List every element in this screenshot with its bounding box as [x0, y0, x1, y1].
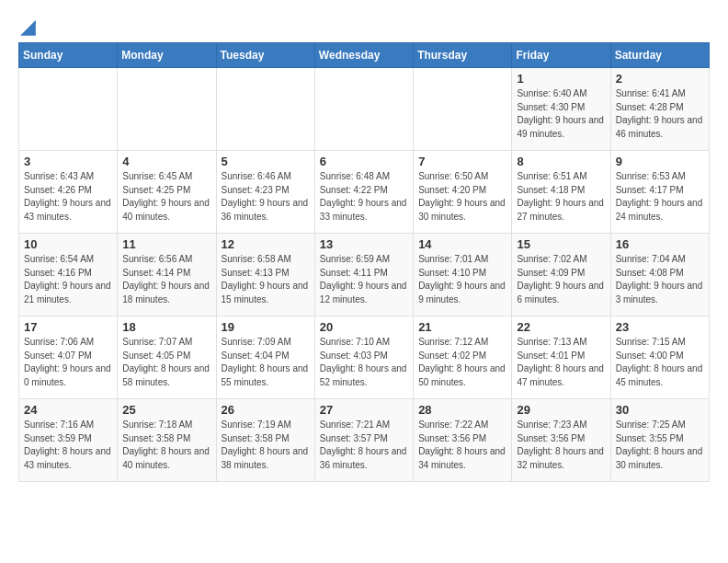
day-number: 11 — [122, 237, 210, 251]
logo-bird-icon: ◢ — [20, 15, 36, 39]
day-number: 17 — [24, 320, 112, 334]
day-number: 14 — [418, 237, 506, 251]
day-header-tuesday: Tuesday — [216, 43, 314, 68]
calendar-table: SundayMondayTuesdayWednesdayThursdayFrid… — [18, 42, 710, 482]
day-header-sunday: Sunday — [19, 43, 118, 68]
day-info: Sunrise: 6:40 AM Sunset: 4:30 PM Dayligh… — [517, 87, 605, 141]
day-cell: 1Sunrise: 6:40 AM Sunset: 4:30 PM Daylig… — [512, 68, 610, 151]
day-info: Sunrise: 6:53 AM Sunset: 4:17 PM Dayligh… — [616, 170, 704, 224]
day-info: Sunrise: 6:43 AM Sunset: 4:26 PM Dayligh… — [24, 170, 112, 224]
day-number: 29 — [517, 403, 605, 417]
week-row-1: 1Sunrise: 6:40 AM Sunset: 4:30 PM Daylig… — [19, 68, 710, 151]
day-cell: 19Sunrise: 7:09 AM Sunset: 4:04 PM Dayli… — [216, 316, 314, 399]
day-info: Sunrise: 7:15 AM Sunset: 4:00 PM Dayligh… — [616, 336, 704, 389]
day-info: Sunrise: 7:09 AM Sunset: 4:04 PM Dayligh… — [222, 336, 310, 389]
day-cell: 27Sunrise: 7:21 AM Sunset: 3:57 PM Dayli… — [314, 399, 413, 482]
day-info: Sunrise: 6:46 AM Sunset: 4:23 PM Dayligh… — [222, 170, 310, 224]
day-header-thursday: Thursday — [414, 43, 512, 68]
day-number: 28 — [418, 403, 506, 417]
day-cell: 24Sunrise: 7:16 AM Sunset: 3:59 PM Dayli… — [19, 399, 118, 482]
day-cell — [314, 68, 413, 151]
day-info: Sunrise: 7:23 AM Sunset: 3:56 PM Dayligh… — [517, 419, 605, 472]
day-info: Sunrise: 7:19 AM Sunset: 3:58 PM Dayligh… — [222, 419, 310, 472]
week-row-3: 10Sunrise: 6:54 AM Sunset: 4:16 PM Dayli… — [19, 234, 710, 316]
day-cell: 13Sunrise: 6:59 AM Sunset: 4:11 PM Dayli… — [314, 234, 413, 316]
day-info: Sunrise: 7:06 AM Sunset: 4:07 PM Dayligh… — [24, 336, 112, 389]
logo: ◢ — [18, 15, 36, 35]
day-cell: 21Sunrise: 7:12 AM Sunset: 4:02 PM Dayli… — [414, 316, 512, 399]
day-info: Sunrise: 7:04 AM Sunset: 4:08 PM Dayligh… — [616, 253, 704, 306]
day-info: Sunrise: 7:22 AM Sunset: 3:56 PM Dayligh… — [418, 419, 506, 472]
day-info: Sunrise: 6:54 AM Sunset: 4:16 PM Dayligh… — [24, 253, 112, 306]
day-number: 12 — [222, 237, 310, 251]
day-number: 5 — [222, 155, 310, 168]
day-cell: 20Sunrise: 7:10 AM Sunset: 4:03 PM Dayli… — [314, 316, 413, 399]
day-cell: 29Sunrise: 7:23 AM Sunset: 3:56 PM Dayli… — [512, 399, 610, 482]
day-cell: 25Sunrise: 7:18 AM Sunset: 3:58 PM Dayli… — [118, 399, 216, 482]
day-info: Sunrise: 6:59 AM Sunset: 4:11 PM Dayligh… — [320, 253, 408, 306]
day-info: Sunrise: 6:51 AM Sunset: 4:18 PM Dayligh… — [517, 170, 605, 224]
day-number: 8 — [517, 155, 605, 168]
day-cell: 18Sunrise: 7:07 AM Sunset: 4:05 PM Dayli… — [118, 316, 216, 399]
day-cell — [19, 68, 118, 151]
day-number: 16 — [616, 237, 704, 251]
day-cell: 11Sunrise: 6:56 AM Sunset: 4:14 PM Dayli… — [118, 234, 216, 316]
day-number: 26 — [222, 403, 310, 417]
day-info: Sunrise: 6:58 AM Sunset: 4:13 PM Dayligh… — [222, 253, 310, 306]
day-header-saturday: Saturday — [610, 43, 709, 68]
day-number: 20 — [320, 320, 408, 334]
day-cell — [414, 68, 512, 151]
day-info: Sunrise: 6:50 AM Sunset: 4:20 PM Dayligh… — [418, 170, 506, 224]
day-cell: 12Sunrise: 6:58 AM Sunset: 4:13 PM Dayli… — [216, 234, 314, 316]
day-info: Sunrise: 7:25 AM Sunset: 3:55 PM Dayligh… — [616, 419, 704, 472]
day-number: 3 — [24, 155, 112, 168]
day-info: Sunrise: 7:12 AM Sunset: 4:02 PM Dayligh… — [418, 336, 506, 389]
day-cell: 17Sunrise: 7:06 AM Sunset: 4:07 PM Dayli… — [19, 316, 118, 399]
day-number: 19 — [222, 320, 310, 334]
day-cell: 14Sunrise: 7:01 AM Sunset: 4:10 PM Dayli… — [414, 234, 512, 316]
day-header-monday: Monday — [118, 43, 216, 68]
day-number: 23 — [616, 320, 704, 334]
day-number: 10 — [24, 237, 112, 251]
day-cell: 10Sunrise: 6:54 AM Sunset: 4:16 PM Dayli… — [19, 234, 118, 316]
day-cell: 5Sunrise: 6:46 AM Sunset: 4:23 PM Daylig… — [216, 151, 314, 234]
page: ◢ SundayMondayTuesdayWednesdayThursdayFr… — [0, 0, 728, 497]
day-number: 7 — [418, 155, 506, 168]
day-info: Sunrise: 6:41 AM Sunset: 4:28 PM Dayligh… — [616, 87, 704, 141]
week-row-5: 24Sunrise: 7:16 AM Sunset: 3:59 PM Dayli… — [19, 399, 710, 482]
day-info: Sunrise: 7:07 AM Sunset: 4:05 PM Dayligh… — [122, 336, 210, 389]
week-row-2: 3Sunrise: 6:43 AM Sunset: 4:26 PM Daylig… — [19, 151, 710, 234]
day-number: 21 — [418, 320, 506, 334]
day-cell: 15Sunrise: 7:02 AM Sunset: 4:09 PM Dayli… — [512, 234, 610, 316]
day-header-wednesday: Wednesday — [314, 43, 413, 68]
day-info: Sunrise: 7:10 AM Sunset: 4:03 PM Dayligh… — [320, 336, 408, 389]
day-cell: 7Sunrise: 6:50 AM Sunset: 4:20 PM Daylig… — [414, 151, 512, 234]
day-cell: 9Sunrise: 6:53 AM Sunset: 4:17 PM Daylig… — [610, 151, 709, 234]
day-cell: 16Sunrise: 7:04 AM Sunset: 4:08 PM Dayli… — [610, 234, 709, 316]
day-cell: 6Sunrise: 6:48 AM Sunset: 4:22 PM Daylig… — [314, 151, 413, 234]
day-number: 1 — [517, 72, 605, 86]
day-info: Sunrise: 7:18 AM Sunset: 3:58 PM Dayligh… — [122, 419, 210, 472]
day-number: 18 — [122, 320, 210, 334]
day-cell: 23Sunrise: 7:15 AM Sunset: 4:00 PM Dayli… — [610, 316, 709, 399]
day-cell: 30Sunrise: 7:25 AM Sunset: 3:55 PM Dayli… — [610, 399, 709, 482]
week-row-4: 17Sunrise: 7:06 AM Sunset: 4:07 PM Dayli… — [19, 316, 710, 399]
day-number: 15 — [517, 237, 605, 251]
day-number: 4 — [122, 155, 210, 168]
day-cell: 8Sunrise: 6:51 AM Sunset: 4:18 PM Daylig… — [512, 151, 610, 234]
day-number: 13 — [320, 237, 408, 251]
day-cell: 4Sunrise: 6:45 AM Sunset: 4:25 PM Daylig… — [118, 151, 216, 234]
day-number: 24 — [24, 403, 112, 417]
day-header-friday: Friday — [512, 43, 610, 68]
calendar-header-row: SundayMondayTuesdayWednesdayThursdayFrid… — [19, 43, 710, 68]
day-number: 25 — [122, 403, 210, 417]
day-cell: 22Sunrise: 7:13 AM Sunset: 4:01 PM Dayli… — [512, 316, 610, 399]
day-number: 22 — [517, 320, 605, 334]
day-number: 2 — [616, 72, 704, 86]
day-info: Sunrise: 6:48 AM Sunset: 4:22 PM Dayligh… — [320, 170, 408, 224]
day-cell: 28Sunrise: 7:22 AM Sunset: 3:56 PM Dayli… — [414, 399, 512, 482]
day-number: 6 — [320, 155, 408, 168]
day-info: Sunrise: 7:13 AM Sunset: 4:01 PM Dayligh… — [517, 336, 605, 389]
day-number: 30 — [616, 403, 704, 417]
day-cell — [216, 68, 314, 151]
